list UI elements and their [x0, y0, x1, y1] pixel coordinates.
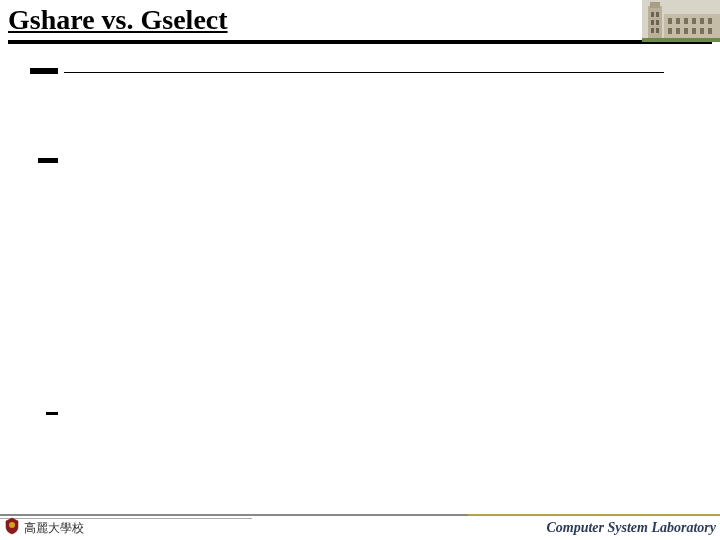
svg-rect-8 — [651, 28, 654, 33]
svg-rect-18 — [684, 28, 688, 34]
svg-rect-21 — [708, 28, 712, 34]
svg-rect-1 — [648, 6, 662, 42]
svg-rect-14 — [700, 18, 704, 24]
svg-rect-22 — [642, 38, 720, 42]
bullet-level-1 — [30, 68, 58, 74]
svg-rect-7 — [656, 20, 659, 25]
svg-point-23 — [9, 522, 15, 528]
bullet-level-3 — [46, 412, 58, 415]
slide-content — [30, 60, 690, 500]
svg-rect-9 — [656, 28, 659, 33]
svg-rect-11 — [676, 18, 680, 24]
footer-left: 高麗大學校 — [4, 517, 84, 539]
svg-rect-20 — [700, 28, 704, 34]
svg-rect-13 — [692, 18, 696, 24]
footer-left-text: 高麗大學校 — [24, 520, 84, 537]
svg-rect-10 — [668, 18, 672, 24]
svg-rect-5 — [656, 12, 659, 17]
building-image — [642, 0, 720, 42]
bullet-level-2 — [38, 158, 58, 163]
svg-rect-4 — [651, 12, 654, 17]
page-title: Gshare vs. Gselect — [8, 4, 228, 36]
svg-rect-16 — [668, 28, 672, 34]
svg-rect-19 — [692, 28, 696, 34]
svg-rect-2 — [650, 2, 660, 8]
footer-right-text: Computer System Laboratory — [546, 520, 716, 536]
slide-header: Gshare vs. Gselect — [0, 0, 720, 50]
university-crest-icon — [4, 517, 20, 539]
svg-rect-15 — [708, 18, 712, 24]
slide-footer: 高麗大學校 Computer System Laboratory — [0, 516, 720, 540]
svg-rect-12 — [684, 18, 688, 24]
content-line — [64, 72, 664, 73]
svg-rect-17 — [676, 28, 680, 34]
header-divider — [8, 40, 712, 44]
svg-rect-6 — [651, 20, 654, 25]
